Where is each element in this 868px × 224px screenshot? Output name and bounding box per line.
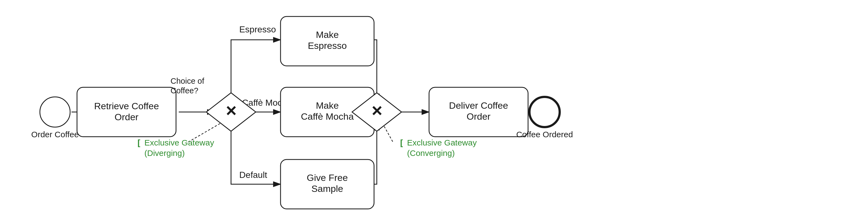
gateway-converge-x: ✕ [371,103,383,119]
end-event [529,97,560,127]
end-event-label: Coffee Ordered [516,130,573,139]
task-mocha-label1: Make [316,100,339,111]
gateway-diverge-type-line1: Exclusive Gateway [145,138,214,147]
start-event [40,97,70,127]
task-deliver-label2: Order [467,111,491,122]
gateway-diverge-type-line2: (Diverging) [145,149,185,157]
path-label-espresso: Espresso [239,25,276,34]
gateway-converge-type-line1: Exclusive Gateway [407,138,477,147]
task-deliver-label1: Deliver Coffee [449,100,508,111]
path-label-default: Default [239,170,267,180]
gateway-converge-type-line2: (Converging) [407,149,455,157]
task-mocha-label2: Caffè Mocha [301,111,354,122]
gateway-converge-type-bracket: [ [400,138,403,147]
task-sample-label2: Sample [311,183,343,194]
gateway-diverge-type-bracket: [ [137,138,140,147]
bpmn-diagram: Espresso Caffè Mocha Default Order Coffe… [0,0,868,224]
gateway-diverge-annotation-coffee: Coffee? [170,86,198,95]
task-espresso-label2: Espresso [308,40,347,51]
gateway-diverge-x: ✕ [225,103,237,119]
task-sample-label1: Give Free [307,173,348,183]
start-event-label: Order Coffee [31,130,79,139]
task-retrieve-label: Retrieve Coffee [94,101,159,111]
gateway-diverge-annotation-choice: Choice of [170,77,204,85]
task-retrieve-label2: Order [115,112,138,122]
task-espresso-label1: Make [316,29,339,40]
